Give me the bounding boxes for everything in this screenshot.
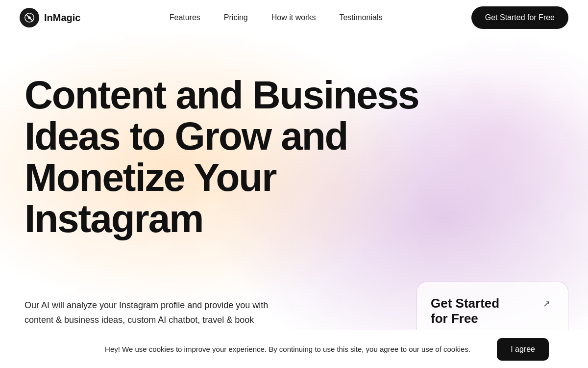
nav-links: Features Pricing How it works Testimonia… — [170, 13, 383, 22]
cookie-banner: Hey! We use cookies to improve your expe… — [0, 330, 588, 368]
cookie-agree-button[interactable]: I agree — [497, 338, 549, 361]
cookie-message: Hey! We use cookies to improve your expe… — [98, 345, 477, 353]
navbar-cta-button[interactable]: Get Started for Free — [471, 6, 568, 29]
nav-link-testimonials[interactable]: Testimonials — [339, 13, 382, 22]
nav-link-pricing[interactable]: Pricing — [224, 13, 248, 22]
svg-point-2 — [28, 16, 31, 19]
hero-headline: Content and Business Ideas to Grow and M… — [24, 75, 451, 239]
brand-name: InMagic — [44, 12, 80, 24]
navbar: InMagic Features Pricing How it works Te… — [0, 0, 588, 35]
logo-icon — [20, 8, 39, 27]
nav-link-features[interactable]: Features — [170, 13, 200, 22]
logo[interactable]: InMagic — [20, 8, 80, 27]
hero-content: Content and Business Ideas to Grow and M… — [0, 35, 588, 342]
nav-link-how-it-works[interactable]: How it works — [271, 13, 316, 22]
hero-section: Content and Business Ideas to Grow and M… — [0, 35, 588, 368]
